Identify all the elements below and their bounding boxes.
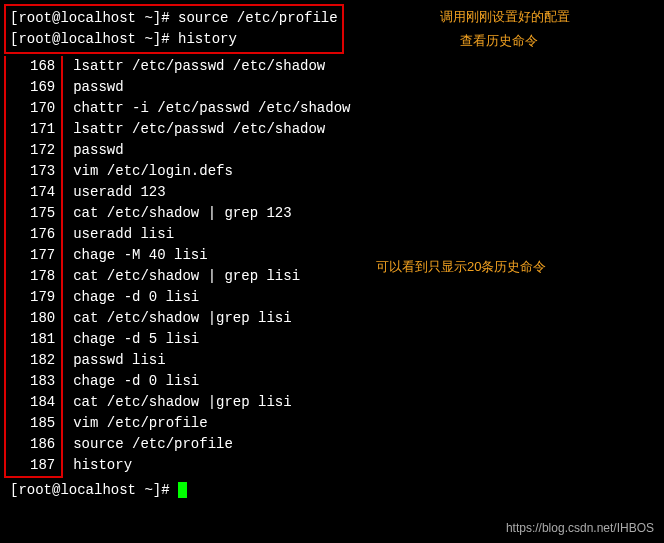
annotation-config: 调用刚刚设置好的配置 [440, 8, 570, 26]
prompt-prefix: [root@localhost ~]# [10, 482, 178, 498]
history-line-number: 178 [30, 266, 55, 287]
prompt-line-2: [root@localhost ~]# history [10, 29, 338, 50]
history-line-number: 169 [30, 77, 55, 98]
history-command-line: vim /etc/login.defs [73, 161, 350, 182]
history-line-number: 168 [30, 56, 55, 77]
history-command-line: history [73, 455, 350, 476]
history-command-line: passwd [73, 77, 350, 98]
history-line-number: 176 [30, 224, 55, 245]
history-command-line: lsattr /etc/passwd /etc/shadow [73, 56, 350, 77]
watermark-text: https://blog.csdn.net/IHBOS [506, 521, 654, 535]
history-line-number: 177 [30, 245, 55, 266]
command-text: history [178, 31, 237, 47]
history-command-line: useradd lisi [73, 224, 350, 245]
history-command-line: cat /etc/shadow |grep lisi [73, 392, 350, 413]
history-command-line: cat /etc/shadow |grep lisi [73, 308, 350, 329]
history-line-numbers: 1681691701711721731741751761771781791801… [4, 56, 63, 478]
history-command-line: passwd lisi [73, 350, 350, 371]
cursor [178, 482, 187, 498]
history-line-number: 183 [30, 371, 55, 392]
history-line-number: 172 [30, 140, 55, 161]
terminal-window[interactable]: [root@localhost ~]# source /etc/profile … [4, 4, 660, 501]
prompt-prefix: [root@localhost ~]# [10, 31, 178, 47]
history-command-line: cat /etc/shadow | grep lisi [73, 266, 350, 287]
current-prompt[interactable]: [root@localhost ~]# [4, 480, 660, 501]
history-command-line: passwd [73, 140, 350, 161]
history-commands: lsattr /etc/passwd /etc/shadowpasswdchat… [63, 56, 350, 478]
history-line-number: 179 [30, 287, 55, 308]
prompt-prefix: [root@localhost ~]# [10, 10, 178, 26]
command-text: source /etc/profile [178, 10, 338, 26]
history-line-number: 170 [30, 98, 55, 119]
annotation-20-lines: 可以看到只显示20条历史命令 [376, 258, 546, 276]
history-line-number: 182 [30, 350, 55, 371]
history-line-number: 171 [30, 119, 55, 140]
prompt-line-1: [root@localhost ~]# source /etc/profile [10, 8, 338, 29]
history-command-line: cat /etc/shadow | grep 123 [73, 203, 350, 224]
history-command-line: chattr -i /etc/passwd /etc/shadow [73, 98, 350, 119]
history-command-line: chage -d 5 lisi [73, 329, 350, 350]
history-command-line: chage -M 40 lisi [73, 245, 350, 266]
history-command-line: chage -d 0 lisi [73, 287, 350, 308]
history-command-line: chage -d 0 lisi [73, 371, 350, 392]
history-output: 1681691701711721731741751761771781791801… [4, 56, 660, 478]
history-command-line: source /etc/profile [73, 434, 350, 455]
history-line-number: 185 [30, 413, 55, 434]
history-command-line: lsattr /etc/passwd /etc/shadow [73, 119, 350, 140]
history-line-number: 180 [30, 308, 55, 329]
history-command-line: useradd 123 [73, 182, 350, 203]
history-line-number: 186 [30, 434, 55, 455]
history-line-number: 184 [30, 392, 55, 413]
history-command-line: vim /etc/profile [73, 413, 350, 434]
history-line-number: 187 [30, 455, 55, 476]
history-line-number: 173 [30, 161, 55, 182]
history-line-number: 181 [30, 329, 55, 350]
command-highlight-box: [root@localhost ~]# source /etc/profile … [4, 4, 344, 54]
history-line-number: 175 [30, 203, 55, 224]
history-line-number: 174 [30, 182, 55, 203]
annotation-history: 查看历史命令 [460, 32, 538, 50]
